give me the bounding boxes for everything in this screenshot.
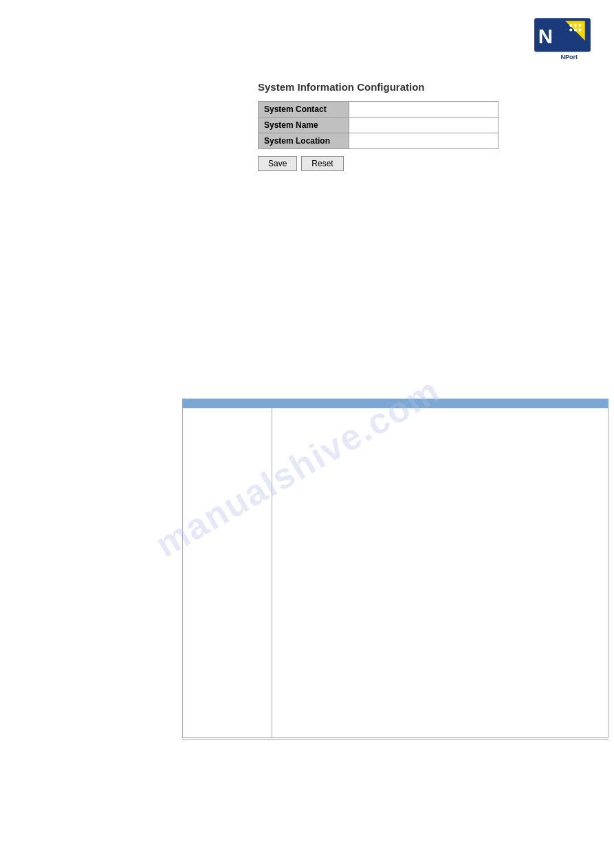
lower-divider	[182, 739, 608, 740]
table-row	[183, 463, 608, 491]
main-content: System Information Configuration System …	[258, 81, 498, 171]
table-row-contact: System Contact	[259, 102, 498, 118]
logo-area: N NPort Networks	[531, 14, 593, 62]
system-contact-input-cell	[349, 102, 498, 118]
system-name-input-cell	[349, 118, 498, 133]
svg-point-7	[574, 29, 577, 32]
svg-point-6	[569, 29, 572, 32]
table-row	[183, 408, 608, 436]
svg-point-4	[574, 24, 577, 27]
table-row-location: System Location	[259, 133, 498, 149]
save-button[interactable]: Save	[258, 156, 297, 171]
reset-button[interactable]: Reset	[301, 156, 343, 171]
table-row	[183, 711, 608, 738]
lower-table-header-row	[183, 399, 608, 408]
lower-table-section	[182, 399, 608, 740]
system-name-label: System Name	[259, 118, 349, 133]
system-name-input[interactable]	[352, 121, 496, 131]
system-location-input-cell	[349, 133, 498, 149]
nport-logo: N NPort Networks	[531, 14, 593, 62]
table-row	[183, 683, 608, 711]
lower-col1-header	[183, 399, 272, 408]
table-row	[183, 628, 608, 656]
svg-point-3	[569, 24, 572, 27]
lower-table	[182, 399, 608, 738]
table-row	[183, 491, 608, 518]
table-row	[183, 518, 608, 546]
page-title: System Information Configuration	[258, 81, 498, 93]
system-location-label: System Location	[259, 133, 349, 149]
table-row	[183, 436, 608, 463]
table-row	[183, 601, 608, 628]
table-row	[183, 546, 608, 573]
system-contact-input[interactable]	[352, 105, 496, 115]
config-table: System Contact System Name System Locati…	[258, 101, 498, 149]
svg-text:N: N	[538, 25, 553, 47]
table-row	[183, 656, 608, 683]
svg-point-8	[578, 29, 581, 32]
system-location-input[interactable]	[352, 137, 496, 146]
system-contact-label: System Contact	[259, 102, 349, 118]
table-row-name: System Name	[259, 118, 498, 133]
lower-col2-header	[272, 399, 608, 408]
svg-text:Networks: Networks	[561, 61, 582, 62]
svg-text:NPort: NPort	[561, 54, 578, 60]
table-row	[183, 573, 608, 601]
svg-point-5	[578, 24, 581, 27]
button-row: Save Reset	[258, 156, 498, 171]
